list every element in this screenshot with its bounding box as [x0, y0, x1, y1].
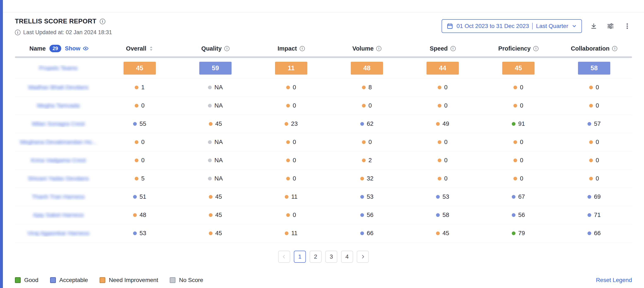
info-icon[interactable]: i — [376, 46, 382, 51]
column-header-collaboration[interactable]: Collaborationi — [556, 45, 632, 52]
kebab-icon — [624, 23, 631, 30]
last-updated-info-icon: i — [15, 30, 20, 35]
score-value: 32 — [367, 175, 373, 182]
legend-item-acceptable[interactable]: Acceptable — [50, 277, 88, 283]
team-name-link[interactable]: Milan Sonagra Crest — [32, 121, 85, 127]
score-cell: NA — [178, 84, 253, 91]
score-cell: 48 — [102, 211, 178, 218]
score-dot — [286, 158, 290, 162]
score-cell: 0 — [405, 102, 480, 109]
team-name-link[interactable]: Viraj Ajgaonkar Harness — [27, 230, 90, 237]
sort-icon[interactable] — [149, 46, 153, 51]
settings-button[interactable] — [606, 21, 616, 31]
page-button-3[interactable]: 3 — [325, 251, 337, 263]
legend-item-none[interactable]: No Score — [170, 277, 203, 283]
column-header-overall[interactable]: Overall — [102, 45, 178, 52]
score-cell: 0 — [253, 139, 329, 145]
score-value: 49 — [442, 120, 449, 127]
page-button-1[interactable]: 1 — [294, 251, 306, 263]
date-range-button[interactable]: 01 Oct 2023 to 31 Dec 2023 Last Quarter — [442, 19, 582, 33]
score-cell: 66 — [556, 230, 632, 237]
table-row: Madhav Bhatt Devdans1NA08000 — [15, 78, 632, 97]
score-cell: 58 — [556, 62, 632, 75]
score-value: 0 — [596, 157, 599, 164]
score-value: 0 — [520, 139, 523, 145]
score-cell: 0 — [556, 84, 632, 91]
score-dot — [436, 231, 440, 235]
score-dot — [362, 140, 366, 144]
score-cell: 0 — [329, 139, 405, 145]
score-dot — [362, 104, 366, 108]
page-button-4[interactable]: 4 — [341, 251, 353, 263]
score-value: 91 — [518, 120, 525, 127]
score-value: 71 — [594, 211, 600, 218]
team-name-link[interactable]: Propelo Teams — [39, 65, 78, 72]
team-name-link[interactable]: Madhav Bhatt Devdans — [28, 84, 88, 91]
score-chip: 44 — [426, 62, 459, 75]
next-page-button[interactable] — [357, 251, 369, 263]
score-dot — [588, 195, 591, 199]
info-icon[interactable]: i — [300, 46, 305, 51]
score-dot — [133, 195, 137, 199]
score-dot — [360, 213, 364, 217]
score-value: 5 — [141, 175, 144, 182]
column-header-label: Quality — [201, 45, 222, 52]
team-name-link[interactable]: Meghana Devakinandan Ho... — [20, 139, 97, 145]
page-button-2[interactable]: 2 — [310, 251, 322, 263]
score-value: 51 — [140, 193, 146, 200]
chevron-right-icon — [360, 254, 365, 259]
legend-item-good[interactable]: Good — [15, 277, 38, 283]
score-dot — [438, 86, 442, 89]
score-cell: 1 — [102, 84, 178, 91]
score-value: 53 — [140, 230, 146, 237]
column-header-label: Speed — [430, 45, 448, 52]
team-name-link[interactable]: Ajay Saket Harness — [33, 212, 84, 218]
score-dot — [514, 86, 517, 89]
report-panel: TRELLIS SCORE REPORT i i Last Updated at… — [3, 12, 644, 288]
table-row: Milan Sonagra Crest55452362499157 — [15, 115, 632, 133]
team-name-link[interactable]: Megha Tamvada — [37, 102, 80, 109]
column-header-proficiency[interactable]: Proficiencyi — [480, 45, 556, 52]
score-cell: NA — [178, 157, 253, 164]
score-value: NA — [214, 157, 223, 164]
table-row: Shivani Yadav Devdans5NA032000 — [15, 169, 632, 188]
score-cell: 0 — [405, 175, 480, 182]
team-name-link[interactable]: Shivani Yadav Devdans — [28, 175, 89, 182]
info-icon[interactable]: i — [612, 46, 617, 51]
team-name-link[interactable]: Thanh Tran Harness — [32, 193, 85, 200]
legend-item-need[interactable]: Need Improvement — [100, 277, 158, 283]
reset-legend-link[interactable]: Reset Legend — [596, 277, 632, 283]
show-toggle[interactable]: Show — [65, 45, 89, 52]
prev-page-button[interactable] — [278, 251, 290, 263]
more-options-button[interactable] — [622, 21, 632, 31]
score-value: 0 — [444, 102, 448, 109]
info-icon[interactable]: i — [224, 46, 230, 51]
score-dot — [512, 213, 516, 217]
download-button[interactable] — [589, 21, 598, 31]
score-value: NA — [214, 139, 223, 145]
score-cell: 45 — [405, 230, 480, 237]
team-name-cell: Milan Sonagra Crest — [15, 121, 102, 127]
info-icon[interactable]: i — [533, 46, 538, 51]
last-updated-text: Last Updated at: 02 Jan 2024 18:31 — [23, 29, 112, 36]
score-value: 69 — [594, 193, 600, 200]
horizontal-scrollbar[interactable] — [15, 56, 632, 58]
score-value: 66 — [367, 230, 373, 237]
score-value: 0 — [368, 102, 372, 109]
team-name-link[interactable]: Krina Vadgama Crest — [31, 157, 86, 164]
score-cell: 8 — [329, 84, 405, 91]
date-range-text: 01 Oct 2023 to 31 Dec 2023 — [456, 23, 529, 30]
table-row: Megha Tamvada0NA00000 — [15, 97, 632, 115]
score-cell: 11 — [253, 230, 329, 237]
column-header-impact[interactable]: Impacti — [253, 45, 329, 52]
column-header-speed[interactable]: Speedi — [405, 45, 480, 52]
score-value: 23 — [291, 120, 298, 127]
column-header-volume[interactable]: Volumei — [329, 45, 405, 52]
score-dot — [284, 122, 288, 126]
title-info-icon[interactable]: i — [100, 19, 105, 24]
acceptable-legend-swatch — [50, 277, 56, 283]
need-legend-swatch — [100, 277, 105, 283]
info-icon[interactable]: i — [450, 46, 456, 51]
column-header-quality[interactable]: Qualityi — [178, 45, 253, 52]
column-header-name[interactable]: Name 29 Show — [15, 45, 102, 52]
